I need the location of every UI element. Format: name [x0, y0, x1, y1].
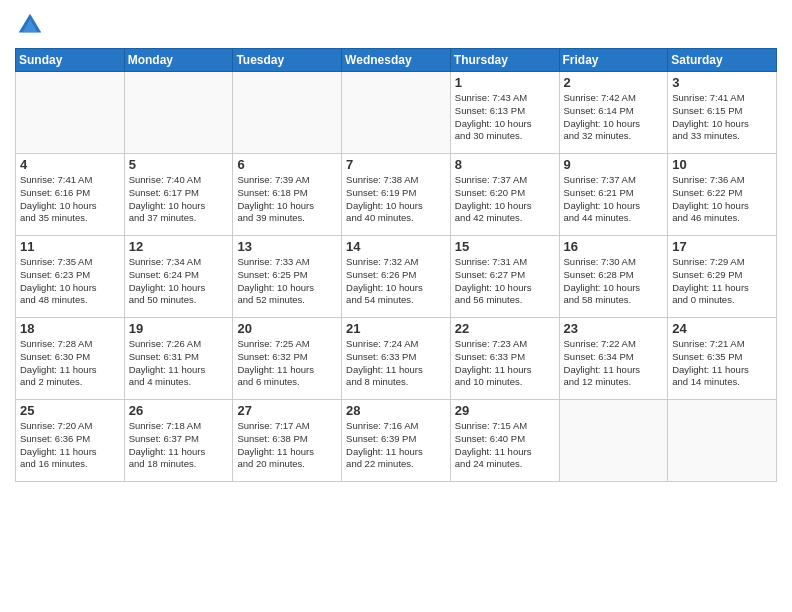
- day-number: 17: [672, 239, 772, 254]
- calendar-cell-day-13: 13Sunrise: 7:33 AM Sunset: 6:25 PM Dayli…: [233, 236, 342, 318]
- calendar-cell-day-24: 24Sunrise: 7:21 AM Sunset: 6:35 PM Dayli…: [668, 318, 777, 400]
- day-number: 5: [129, 157, 229, 172]
- day-number: 21: [346, 321, 446, 336]
- weekday-header-thursday: Thursday: [450, 49, 559, 72]
- calendar-cell-day-3: 3Sunrise: 7:41 AM Sunset: 6:15 PM Daylig…: [668, 72, 777, 154]
- day-info: Sunrise: 7:31 AM Sunset: 6:27 PM Dayligh…: [455, 256, 555, 307]
- day-info: Sunrise: 7:40 AM Sunset: 6:17 PM Dayligh…: [129, 174, 229, 225]
- day-info: Sunrise: 7:36 AM Sunset: 6:22 PM Dayligh…: [672, 174, 772, 225]
- day-info: Sunrise: 7:24 AM Sunset: 6:33 PM Dayligh…: [346, 338, 446, 389]
- weekday-header-wednesday: Wednesday: [342, 49, 451, 72]
- logo-icon: [15, 10, 45, 40]
- day-number: 28: [346, 403, 446, 418]
- day-number: 12: [129, 239, 229, 254]
- calendar-cell-day-15: 15Sunrise: 7:31 AM Sunset: 6:27 PM Dayli…: [450, 236, 559, 318]
- calendar-cell-day-8: 8Sunrise: 7:37 AM Sunset: 6:20 PM Daylig…: [450, 154, 559, 236]
- day-info: Sunrise: 7:32 AM Sunset: 6:26 PM Dayligh…: [346, 256, 446, 307]
- day-number: 8: [455, 157, 555, 172]
- page-container: SundayMondayTuesdayWednesdayThursdayFrid…: [0, 0, 792, 487]
- day-number: 19: [129, 321, 229, 336]
- day-number: 23: [564, 321, 664, 336]
- day-number: 15: [455, 239, 555, 254]
- calendar-cell-day-26: 26Sunrise: 7:18 AM Sunset: 6:37 PM Dayli…: [124, 400, 233, 482]
- day-number: 14: [346, 239, 446, 254]
- day-info: Sunrise: 7:35 AM Sunset: 6:23 PM Dayligh…: [20, 256, 120, 307]
- calendar-cell-day-5: 5Sunrise: 7:40 AM Sunset: 6:17 PM Daylig…: [124, 154, 233, 236]
- day-number: 24: [672, 321, 772, 336]
- calendar-cell-day-1: 1Sunrise: 7:43 AM Sunset: 6:13 PM Daylig…: [450, 72, 559, 154]
- calendar-cell-day-17: 17Sunrise: 7:29 AM Sunset: 6:29 PM Dayli…: [668, 236, 777, 318]
- calendar-cell-day-14: 14Sunrise: 7:32 AM Sunset: 6:26 PM Dayli…: [342, 236, 451, 318]
- day-number: 27: [237, 403, 337, 418]
- calendar-week-row: 11Sunrise: 7:35 AM Sunset: 6:23 PM Dayli…: [16, 236, 777, 318]
- calendar-cell-day-23: 23Sunrise: 7:22 AM Sunset: 6:34 PM Dayli…: [559, 318, 668, 400]
- day-number: 26: [129, 403, 229, 418]
- logo: [15, 10, 48, 40]
- weekday-header-friday: Friday: [559, 49, 668, 72]
- calendar-cell-day-4: 4Sunrise: 7:41 AM Sunset: 6:16 PM Daylig…: [16, 154, 125, 236]
- day-info: Sunrise: 7:38 AM Sunset: 6:19 PM Dayligh…: [346, 174, 446, 225]
- weekday-header-monday: Monday: [124, 49, 233, 72]
- day-info: Sunrise: 7:22 AM Sunset: 6:34 PM Dayligh…: [564, 338, 664, 389]
- day-info: Sunrise: 7:28 AM Sunset: 6:30 PM Dayligh…: [20, 338, 120, 389]
- calendar-cell-day-6: 6Sunrise: 7:39 AM Sunset: 6:18 PM Daylig…: [233, 154, 342, 236]
- calendar-cell-empty: [233, 72, 342, 154]
- day-info: Sunrise: 7:21 AM Sunset: 6:35 PM Dayligh…: [672, 338, 772, 389]
- day-info: Sunrise: 7:33 AM Sunset: 6:25 PM Dayligh…: [237, 256, 337, 307]
- day-info: Sunrise: 7:17 AM Sunset: 6:38 PM Dayligh…: [237, 420, 337, 471]
- day-number: 22: [455, 321, 555, 336]
- day-info: Sunrise: 7:37 AM Sunset: 6:21 PM Dayligh…: [564, 174, 664, 225]
- day-number: 3: [672, 75, 772, 90]
- calendar-cell-empty: [342, 72, 451, 154]
- day-info: Sunrise: 7:16 AM Sunset: 6:39 PM Dayligh…: [346, 420, 446, 471]
- calendar-cell-day-21: 21Sunrise: 7:24 AM Sunset: 6:33 PM Dayli…: [342, 318, 451, 400]
- calendar-cell-day-25: 25Sunrise: 7:20 AM Sunset: 6:36 PM Dayli…: [16, 400, 125, 482]
- calendar-cell-day-2: 2Sunrise: 7:42 AM Sunset: 6:14 PM Daylig…: [559, 72, 668, 154]
- calendar-cell-empty: [16, 72, 125, 154]
- page-header: [15, 10, 777, 40]
- day-number: 25: [20, 403, 120, 418]
- day-info: Sunrise: 7:23 AM Sunset: 6:33 PM Dayligh…: [455, 338, 555, 389]
- day-info: Sunrise: 7:42 AM Sunset: 6:14 PM Dayligh…: [564, 92, 664, 143]
- calendar-cell-day-18: 18Sunrise: 7:28 AM Sunset: 6:30 PM Dayli…: [16, 318, 125, 400]
- calendar-cell-day-9: 9Sunrise: 7:37 AM Sunset: 6:21 PM Daylig…: [559, 154, 668, 236]
- day-info: Sunrise: 7:20 AM Sunset: 6:36 PM Dayligh…: [20, 420, 120, 471]
- day-info: Sunrise: 7:30 AM Sunset: 6:28 PM Dayligh…: [564, 256, 664, 307]
- calendar-cell-day-10: 10Sunrise: 7:36 AM Sunset: 6:22 PM Dayli…: [668, 154, 777, 236]
- calendar-cell-day-11: 11Sunrise: 7:35 AM Sunset: 6:23 PM Dayli…: [16, 236, 125, 318]
- calendar-week-row: 18Sunrise: 7:28 AM Sunset: 6:30 PM Dayli…: [16, 318, 777, 400]
- calendar-cell-day-29: 29Sunrise: 7:15 AM Sunset: 6:40 PM Dayli…: [450, 400, 559, 482]
- day-info: Sunrise: 7:25 AM Sunset: 6:32 PM Dayligh…: [237, 338, 337, 389]
- calendar-cell-day-20: 20Sunrise: 7:25 AM Sunset: 6:32 PM Dayli…: [233, 318, 342, 400]
- day-info: Sunrise: 7:26 AM Sunset: 6:31 PM Dayligh…: [129, 338, 229, 389]
- weekday-header-row: SundayMondayTuesdayWednesdayThursdayFrid…: [16, 49, 777, 72]
- weekday-header-saturday: Saturday: [668, 49, 777, 72]
- day-number: 4: [20, 157, 120, 172]
- day-info: Sunrise: 7:18 AM Sunset: 6:37 PM Dayligh…: [129, 420, 229, 471]
- weekday-header-sunday: Sunday: [16, 49, 125, 72]
- day-number: 10: [672, 157, 772, 172]
- day-info: Sunrise: 7:39 AM Sunset: 6:18 PM Dayligh…: [237, 174, 337, 225]
- day-info: Sunrise: 7:41 AM Sunset: 6:16 PM Dayligh…: [20, 174, 120, 225]
- day-info: Sunrise: 7:29 AM Sunset: 6:29 PM Dayligh…: [672, 256, 772, 307]
- day-info: Sunrise: 7:43 AM Sunset: 6:13 PM Dayligh…: [455, 92, 555, 143]
- day-info: Sunrise: 7:15 AM Sunset: 6:40 PM Dayligh…: [455, 420, 555, 471]
- day-number: 13: [237, 239, 337, 254]
- day-info: Sunrise: 7:37 AM Sunset: 6:20 PM Dayligh…: [455, 174, 555, 225]
- calendar-cell-day-22: 22Sunrise: 7:23 AM Sunset: 6:33 PM Dayli…: [450, 318, 559, 400]
- day-number: 6: [237, 157, 337, 172]
- calendar-table: SundayMondayTuesdayWednesdayThursdayFrid…: [15, 48, 777, 482]
- calendar-cell-day-19: 19Sunrise: 7:26 AM Sunset: 6:31 PM Dayli…: [124, 318, 233, 400]
- day-number: 18: [20, 321, 120, 336]
- day-number: 11: [20, 239, 120, 254]
- day-number: 20: [237, 321, 337, 336]
- calendar-cell-day-7: 7Sunrise: 7:38 AM Sunset: 6:19 PM Daylig…: [342, 154, 451, 236]
- calendar-cell-empty: [668, 400, 777, 482]
- day-number: 1: [455, 75, 555, 90]
- day-info: Sunrise: 7:41 AM Sunset: 6:15 PM Dayligh…: [672, 92, 772, 143]
- day-info: Sunrise: 7:34 AM Sunset: 6:24 PM Dayligh…: [129, 256, 229, 307]
- day-number: 29: [455, 403, 555, 418]
- day-number: 2: [564, 75, 664, 90]
- calendar-week-row: 4Sunrise: 7:41 AM Sunset: 6:16 PM Daylig…: [16, 154, 777, 236]
- calendar-cell-day-12: 12Sunrise: 7:34 AM Sunset: 6:24 PM Dayli…: [124, 236, 233, 318]
